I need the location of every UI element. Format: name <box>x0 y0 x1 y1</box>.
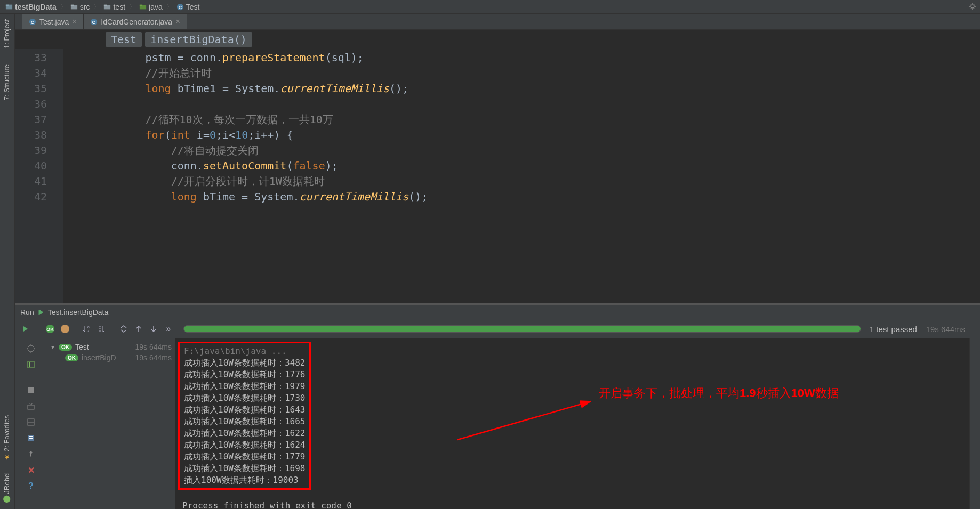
svg-text:C: C <box>92 19 96 25</box>
tool-tab-favorites[interactable]: ★ 2: Favorites <box>0 410 14 467</box>
chevron-down-icon: ▼ <box>50 344 55 350</box>
breadcrumb-label: test <box>113 3 125 11</box>
breadcrumb-project[interactable]: testBigData <box>5 3 57 11</box>
gutter: 33343536373839404142 <box>15 49 63 303</box>
ok-badge: OK <box>59 344 72 351</box>
debug-button[interactable] <box>25 343 37 354</box>
more-button[interactable]: » <box>162 322 175 335</box>
tab-test-java[interactable]: C Test.java ✕ <box>22 14 84 29</box>
folder-icon <box>70 3 78 11</box>
test-summary: 1 test passed – 19s 644ms <box>870 325 965 334</box>
expand-button[interactable] <box>95 322 108 335</box>
context-method[interactable]: insertBigData() <box>145 32 252 47</box>
toolbar-separator <box>113 324 113 334</box>
right-tool-strip <box>969 338 980 509</box>
svg-rect-31 <box>29 438 33 439</box>
svg-rect-7 <box>140 4 142 6</box>
tool-tab-structure[interactable]: 7: Structure <box>0 59 14 106</box>
toolbar-separator <box>76 324 76 334</box>
breadcrumb-test[interactable]: test <box>103 3 125 11</box>
close-icon[interactable]: ✕ <box>175 18 180 25</box>
tool-tab-label: 2: Favorites <box>3 415 11 451</box>
svg-text:C: C <box>179 4 182 10</box>
tool-tab-jrebel[interactable]: ⬤ JRebel <box>0 467 14 509</box>
console-exit-line: Process finished with exit code 0 <box>178 490 966 509</box>
coverage-button[interactable] <box>25 359 37 370</box>
breadcrumb-label: Test <box>186 3 200 11</box>
breadcrumb: testBigData 〉 src 〉 test 〉 java 〉 C Test <box>0 0 980 14</box>
breadcrumb-label: src <box>80 3 90 11</box>
run-header: Run Test.insertBigData <box>15 305 980 319</box>
close-button[interactable]: ✕ <box>25 464 37 476</box>
svg-rect-23 <box>28 361 34 368</box>
context-bar: Test insertBigData() <box>15 30 980 49</box>
rerun-button[interactable] <box>19 322 32 335</box>
history-button[interactable] <box>25 432 37 444</box>
show-ignored-button[interactable] <box>59 322 71 335</box>
close-icon[interactable]: ✕ <box>72 18 77 25</box>
prev-button[interactable] <box>132 322 145 335</box>
tree-node-time: 19s 644ms <box>135 343 172 351</box>
svg-marker-16 <box>23 326 28 332</box>
show-passed-button[interactable]: OK <box>44 322 57 335</box>
svg-rect-3 <box>71 4 74 6</box>
annotation-bold-1: 1.9 <box>740 386 756 400</box>
ok-badge: OK <box>65 354 78 361</box>
tests-time-label: – 19s 644ms <box>919 325 965 334</box>
progress-fill <box>184 326 861 332</box>
left-tool-strip: 1: Project 7: Structure ★ 2: Favorites ⬤… <box>0 14 15 509</box>
run-panel: Run Test.insertBigData OK <box>15 303 980 509</box>
context-class[interactable]: Test <box>106 32 142 47</box>
breadcrumb-src[interactable]: src <box>70 3 90 11</box>
tree-node-label: Test <box>75 343 89 351</box>
pin-button[interactable] <box>25 448 37 460</box>
svg-text:OK: OK <box>46 327 54 332</box>
dump-button[interactable] <box>25 400 37 412</box>
svg-text:z: z <box>87 329 90 333</box>
tree-node-time: 19s 644ms <box>135 353 172 362</box>
svg-point-19 <box>61 325 69 333</box>
gear-icon[interactable] <box>968 2 977 11</box>
breadcrumb-label: java <box>149 3 163 11</box>
class-icon: C <box>90 18 98 26</box>
breadcrumb-class[interactable]: C Test <box>176 3 200 11</box>
svg-rect-30 <box>29 436 33 437</box>
tree-node-label: insertBigD <box>82 353 116 362</box>
test-tree-root[interactable]: ▼ OK Test 19s 644ms <box>50 342 172 352</box>
code-content[interactable]: pstm = conn.prepareStatement(sql); //开始总… <box>63 49 980 303</box>
svg-marker-14 <box>39 310 43 315</box>
collapse-all-button[interactable] <box>117 322 130 335</box>
next-button[interactable] <box>147 322 160 335</box>
svg-rect-24 <box>29 362 30 367</box>
help-button[interactable]: ? <box>25 480 37 492</box>
stop-button[interactable] <box>25 384 37 396</box>
svg-line-33 <box>457 401 591 440</box>
editor-tabs: C Test.java ✕ C IdCardGenerator.java ✕ <box>15 14 980 30</box>
annotation-bold-2: 10W <box>791 386 815 400</box>
tab-label: Test.java <box>39 18 69 26</box>
svg-rect-26 <box>28 405 34 409</box>
annotation-arrow <box>452 397 601 445</box>
run-toolbar: OK az <box>15 319 980 338</box>
layout-button[interactable] <box>25 416 37 428</box>
sort-button[interactable]: az <box>81 322 93 335</box>
code-editor[interactable]: 33343536373839404142 pstm = conn.prepare… <box>15 49 980 303</box>
run-config-name: Test.insertBigData <box>48 308 109 317</box>
breadcrumb-java[interactable]: java <box>139 3 163 11</box>
console-output[interactable]: F:\java\bin\java ...成功插入10W条数据耗时：3482成功插… <box>175 338 969 509</box>
svg-point-22 <box>28 345 34 352</box>
breadcrumb-sep: 〉 <box>167 3 172 11</box>
tool-tab-project[interactable]: 1: Project <box>0 14 14 54</box>
class-icon: C <box>29 18 36 26</box>
tool-tab-label: 7: Structure <box>3 64 11 100</box>
tab-label: IdCardGenerator.java <box>101 18 172 26</box>
folder-icon <box>103 3 111 11</box>
tool-tab-label: 1: Project <box>3 19 11 49</box>
folder-icon <box>139 3 147 11</box>
test-tree-method[interactable]: OK insertBigD 19s 644ms <box>50 352 172 363</box>
tab-idcardgenerator-java[interactable]: C IdCardGenerator.java ✕ <box>84 14 187 29</box>
svg-text:C: C <box>31 19 35 25</box>
class-icon: C <box>176 3 184 11</box>
svg-rect-5 <box>104 4 107 6</box>
svg-rect-25 <box>28 387 34 393</box>
